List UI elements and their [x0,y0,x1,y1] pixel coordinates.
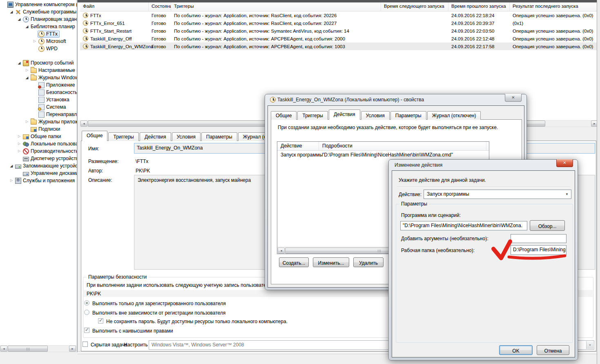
sidebar-item-system-tools[interactable]: ◢Служебные программы [0,8,78,16]
sidebar-item-custom-views[interactable]: ▷Настраиваемые пр [0,67,78,74]
expander-open-icon[interactable]: ◢ [24,23,30,30]
pane-tab-0[interactable]: Общие [82,131,107,141]
scroll-left-icon[interactable]: ◄ [80,121,87,127]
tree-item-body[interactable]: Установка [38,96,71,103]
dialog-tab-4[interactable]: Параметры [390,111,426,120]
radio-logged-on-label[interactable]: Выполнять только для зарегистрированного… [92,301,226,306]
tree-item-body[interactable]: Журналы Windows [30,74,78,81]
arguments-field[interactable] [511,234,567,243]
sidebar-item-wpd[interactable]: WPD [0,45,78,52]
tree-item-body[interactable]: Общие папки [22,133,63,140]
sidebar-item-services-apps[interactable]: ▷Службы и приложения [0,177,78,184]
sidebar-item-log-application[interactable]: Приложение [0,81,78,89]
scroll-left-icon[interactable]: ◄ [0,346,7,352]
expander-closed-icon[interactable]: ▷ [16,147,22,155]
tree-item-body[interactable]: Настраиваемые пр [30,67,78,74]
table-row[interactable]: Taskkill_Energy_OffГотовоПо событию - жу… [80,35,597,42]
sidebar-item-microsoft[interactable]: ▷Microsoft [0,38,78,45]
tree-item-body[interactable]: Локальные пользовате [22,141,78,147]
expander-closed-icon[interactable]: ▷ [16,133,22,140]
column-header-5[interactable]: Результат последнего запуска [510,2,600,11]
tree-item-body[interactable]: Приложение [38,82,77,89]
tree-item-body[interactable]: Система [38,104,68,111]
dropdown-arrow-icon[interactable]: ▼ [586,341,593,349]
sidebar-item-task-scheduler[interactable]: ◢Планировщик заданий [0,16,78,23]
expander-open-icon[interactable]: ◢ [16,16,22,23]
expander-closed-icon[interactable]: ▷ [9,177,14,184]
expander-closed-icon[interactable]: ▷ [16,140,22,147]
sidebar-item-log-forwarded[interactable]: Перенаправлен [0,111,78,118]
action-type-combo[interactable]: Запуск программы ▼ [424,190,571,199]
tree-item-body[interactable]: Microsoft [38,38,68,45]
column-header-2[interactable]: Триггеры [171,2,381,11]
dialog-tab-5[interactable]: Журнал (отключен) [427,111,481,120]
cancel-button[interactable]: Отмена [537,345,569,355]
program-field[interactable]: "D:\Program Files\Mining\NiceHashMiner\b… [400,221,527,230]
highest-privileges-checkbox[interactable] [84,328,89,333]
sidebar-item-subscriptions[interactable]: Подписки [0,125,78,133]
sidebar-item-performance[interactable]: ▷Производительность [0,147,78,155]
sidebar-item-log-security[interactable]: Безопасность [0,89,78,96]
hidden-task-label[interactable]: Скрытая задача [91,342,127,348]
tree-item-body[interactable]: Подписки [30,126,62,133]
hidden-task-checkbox[interactable] [83,342,88,347]
dialog-tab-1[interactable]: Триггеры [297,111,328,120]
tree-item-body[interactable]: Планировщик заданий [22,16,78,23]
close-icon[interactable]: ✕ [505,94,522,102]
sidebar-item-event-viewer[interactable]: ◢Просмотр событий [0,59,78,67]
radio-any-user-label[interactable]: Выполнять вне зависимости от регистрации… [92,310,225,316]
action-column-header-0[interactable]: Действие [277,142,319,150]
action-column-header-1[interactable]: Подробности [319,142,486,150]
tree-item-body[interactable]: Библиотека планир [30,23,77,30]
pane-tab-2[interactable]: Действия [140,132,171,141]
dialog-tab-3[interactable]: Условия [361,111,390,120]
sidebar-item-windows-logs[interactable]: ◢Журналы Windows [0,74,78,81]
edit-action-button[interactable]: Изменить... [313,257,349,267]
delete-action-button[interactable]: Удалить [353,257,384,267]
action-table-row[interactable]: Запуск программы"D:\Program Files\Mining… [277,151,489,159]
radio-logged-on-user[interactable] [84,300,89,306]
column-header-4[interactable]: Время прошлого запуска [448,2,510,11]
sidebar-item-device-manager[interactable]: Диспетчер устройств [0,155,78,162]
tree-item-body[interactable]: FTTx [38,31,60,38]
workdir-field[interactable]: D:\Program Files\Mining [511,245,567,255]
dialog-titlebar[interactable]: Taskkill_Energy_On_WMZona (Локальный ком… [270,97,424,103]
highest-privileges-label[interactable]: Выполнить с наивысшими правами [92,328,173,334]
pane-tab-1[interactable]: Триггеры [108,132,139,141]
expander-open-icon[interactable]: ◢ [9,162,14,170]
table-row[interactable]: FTTxГотовоПо событию - журнал: Applicati… [80,11,597,19]
table-row[interactable]: FTTx_Error_651ГотовоПо событию - журнал:… [80,19,597,27]
tree-item-body[interactable]: Производительность [22,148,78,155]
sidebar-item-fttx[interactable]: FTTx [0,30,78,38]
sidebar-item-storage[interactable]: ◢Запоминающие устройст [0,162,78,170]
sidebar-item-shared-folders[interactable]: ▷Общие папки [0,133,78,140]
column-header-0[interactable]: Файл [80,2,149,11]
ok-button[interactable]: OK [499,345,533,355]
scroll-left-icon[interactable]: ◄ [278,248,285,254]
dropdown-arrow-icon[interactable]: ▼ [565,192,569,196]
tree-item-body[interactable]: WPD [38,45,60,52]
sidebar-item-app-logs[interactable]: ▷Журналы приложе [0,118,78,125]
tree-item-body[interactable]: Диспетчер устройств [22,155,78,162]
tree-item-body[interactable]: Перенаправлен [38,111,78,118]
table-row[interactable]: Taskkill_Energy_On_WMZonaГотовоПо событи… [80,42,597,50]
tree-item-body[interactable]: Управление дисками [22,170,78,177]
column-header-3[interactable]: Время следующего запуска [381,2,448,11]
expander-open-icon[interactable]: ◢ [9,8,14,16]
pane-tab-3[interactable]: Условия [172,132,201,141]
tree-item-body[interactable]: Журналы приложе [30,118,78,125]
tree-item-body[interactable]: Службы и приложения [14,177,77,184]
sidebar-horizontal-scrollbar[interactable]: ◄ ► [0,345,76,352]
expander-closed-icon[interactable]: ▷ [24,118,30,125]
no-password-checkbox[interactable] [98,318,103,324]
sidebar-item-log-system[interactable]: Система [0,103,78,111]
sidebar-item-local-users[interactable]: ▷Локальные пользовате [0,140,78,147]
expander-open-icon[interactable]: ◢ [24,74,30,81]
pane-tab-4[interactable]: Параметры [201,132,237,141]
scroll-right-icon[interactable]: ► [69,346,76,352]
sidebar-item-computer-management[interactable]: Управление компьютером (л [0,1,78,8]
tree-item-body[interactable]: Безопасность [38,89,78,96]
dialog-titlebar[interactable]: Изменение действия [395,162,442,168]
browse-button[interactable]: Обзор... [530,220,565,231]
expander-closed-icon[interactable]: ▷ [24,67,30,74]
